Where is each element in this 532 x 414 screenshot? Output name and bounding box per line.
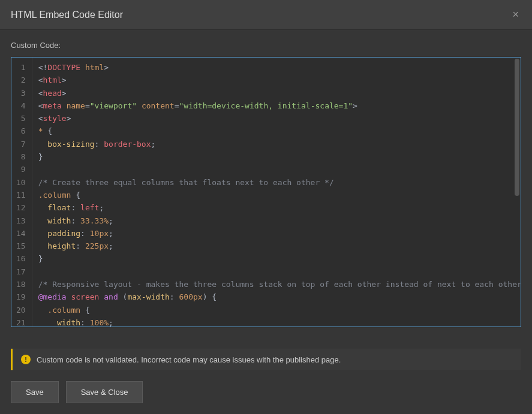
- code-textarea[interactable]: <!DOCTYPE html><html><head><meta name="v…: [32, 58, 521, 327]
- line-number: 12: [16, 201, 26, 214]
- warning-text: Custom code is not validated. Incorrect …: [37, 355, 341, 364]
- save-close-button[interactable]: Save & Close: [66, 381, 143, 403]
- scrollbar[interactable]: [515, 59, 519, 220]
- modal-body: Custom Code: 123456789101112131415161718…: [0, 30, 532, 338]
- line-number: 3: [16, 87, 26, 99]
- code-line[interactable]: @media screen and (max-width: 600px) {: [38, 291, 515, 303]
- line-number: 10: [16, 176, 26, 189]
- code-line[interactable]: <html>: [38, 74, 515, 86]
- line-number: 11: [16, 189, 26, 201]
- close-icon: ×: [512, 8, 519, 20]
- code-line[interactable]: float: left;: [38, 201, 515, 214]
- modal-title: HTML Embed Code Editor: [11, 10, 123, 20]
- code-line[interactable]: [38, 265, 515, 278]
- code-line[interactable]: width: 33.33%;: [38, 214, 515, 227]
- code-line[interactable]: /* Create three equal columns that float…: [38, 176, 515, 189]
- code-line[interactable]: box-sizing: border-box;: [38, 138, 515, 150]
- line-number: 20: [16, 304, 26, 316]
- line-number: 2: [16, 74, 26, 86]
- line-number: 14: [16, 227, 26, 240]
- code-label: Custom Code:: [11, 41, 521, 50]
- line-number: 4: [16, 99, 26, 112]
- code-line[interactable]: width: 100%;: [38, 316, 515, 327]
- warning-icon: !: [21, 355, 31, 364]
- code-editor-modal: HTML Embed Code Editor × Custom Code: 12…: [0, 0, 532, 414]
- code-editor[interactable]: 1234567891011121314151617181920212223 <!…: [11, 57, 521, 327]
- line-number: 7: [16, 138, 26, 150]
- line-gutter: 1234567891011121314151617181920212223: [11, 58, 32, 327]
- line-number: 9: [16, 163, 26, 176]
- modal-header: HTML Embed Code Editor ×: [0, 0, 532, 30]
- code-line[interactable]: <style>: [38, 112, 515, 125]
- warning-banner: ! Custom code is not validated. Incorrec…: [11, 349, 521, 370]
- line-number: 19: [16, 291, 26, 303]
- save-button[interactable]: Save: [11, 381, 59, 403]
- close-button[interactable]: ×: [510, 8, 521, 21]
- line-number: 8: [16, 150, 26, 163]
- code-line[interactable]: }: [38, 252, 515, 265]
- code-line[interactable]: .column {: [38, 304, 515, 316]
- line-number: 5: [16, 112, 26, 125]
- code-line[interactable]: padding: 10px;: [38, 227, 515, 240]
- line-number: 13: [16, 214, 26, 227]
- line-number: 17: [16, 265, 26, 278]
- line-number: 6: [16, 125, 26, 137]
- line-number: 16: [16, 252, 26, 265]
- code-line[interactable]: <!DOCTYPE html>: [38, 61, 515, 74]
- code-line[interactable]: <meta name="viewport" content="width=dev…: [38, 99, 515, 112]
- line-number: 21: [16, 316, 26, 327]
- modal-footer: Save Save & Close: [0, 370, 532, 414]
- line-number: 18: [16, 278, 26, 291]
- code-line[interactable]: /* Responsive layout - makes the three c…: [38, 278, 515, 291]
- code-line[interactable]: height: 225px;: [38, 240, 515, 252]
- code-line[interactable]: <head>: [38, 87, 515, 99]
- code-line[interactable]: * {: [38, 125, 515, 137]
- code-line[interactable]: }: [38, 150, 515, 163]
- line-number: 1: [16, 61, 26, 74]
- scrollbar-thumb[interactable]: [515, 59, 519, 196]
- code-line[interactable]: .column {: [38, 189, 515, 201]
- line-number: 15: [16, 240, 26, 252]
- code-line[interactable]: [38, 163, 515, 176]
